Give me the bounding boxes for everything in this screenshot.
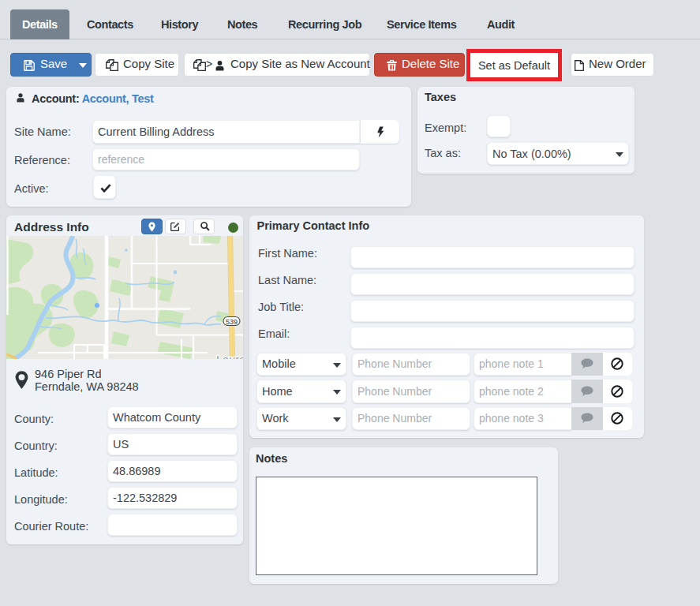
svg-text:539: 539 xyxy=(226,318,238,326)
svg-text:Laurel: Laurel xyxy=(216,354,243,359)
